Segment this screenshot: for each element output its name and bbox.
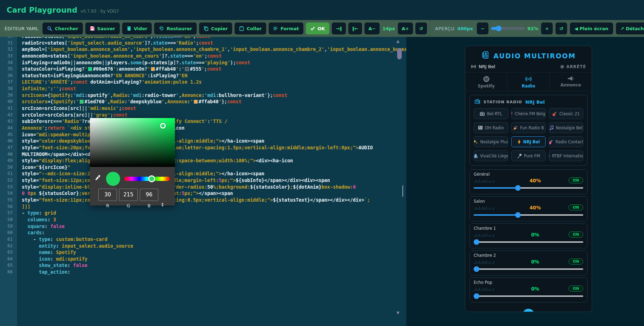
color-picker-hue-handle[interactable] (148, 175, 155, 182)
tab-label: Spotify (478, 84, 494, 89)
station-button-bel-rtl[interactable]: Bel-RTL (474, 108, 508, 119)
station-button-dh-radio[interactable]: DH Radio (474, 122, 508, 133)
color-picker-saturation-area[interactable] (90, 118, 175, 167)
blue-value-input[interactable]: 96 (140, 189, 158, 201)
vider-button[interactable]: Vider (122, 22, 152, 34)
station-button-ch-rie-fm-belg-[interactable]: Chérie FM Belg… (511, 108, 546, 119)
slider-fill (474, 214, 518, 216)
chercher-label: Chercher (55, 26, 78, 31)
editor-scrollbar-thumb[interactable] (397, 48, 402, 59)
volume-slider[interactable] (474, 266, 583, 272)
equalizer-icon (474, 206, 502, 210)
font-smaller-button[interactable]: A− (364, 22, 380, 34)
code-line: subInfo=src==='Radio'?radioName:src==='S… (22, 118, 406, 125)
status-dot (560, 65, 564, 69)
volume-slider[interactable] (474, 293, 583, 299)
scroll-up-icon[interactable]: ▲ (396, 39, 399, 44)
code-line: isPlaying=radioOn||annonceOn||players.so… (22, 59, 406, 66)
color-picker-swatch (106, 172, 120, 186)
line-number: 45 (0, 131, 17, 138)
color-picker: 30 215 96 R G B ▲▼ (90, 118, 175, 206)
station-button-nrj-bel[interactable]: NRJ Bel (511, 136, 546, 147)
font-larger-button[interactable]: A+ (398, 22, 413, 34)
play-button[interactable] (523, 309, 534, 312)
code-line: cards: (22, 229, 406, 236)
detach-button[interactable]: ↗ Détacher (616, 22, 644, 34)
line-number: 57 (0, 210, 17, 216)
code-line: icon="mdi:speaker-multiple" (22, 131, 406, 138)
slider-thumb[interactable] (474, 239, 479, 245)
station-button-radio-contact[interactable]: Radio Contact (549, 136, 583, 147)
code-line: srcIcons={Spotify:'mdi:spotify',Radio:'m… (22, 92, 406, 99)
yaml-editor[interactable]: 3031323334353637383940414243444546474849… (0, 37, 406, 326)
station-button-nostalgie-bel[interactable]: Nostalgie Bel (549, 122, 583, 133)
volume-slider[interactable] (474, 185, 583, 191)
tab-spotify[interactable]: Spotify (465, 73, 507, 91)
line-number: 30 (0, 37, 17, 40)
speaker-on-toggle[interactable]: ON (569, 286, 583, 292)
station-button-nostalgie-plus[interactable]: Nostalgie Plus (474, 136, 508, 147)
line-number: 33 (0, 53, 17, 59)
color-format-toggle-icon[interactable]: ▲▼ (162, 202, 163, 207)
tab-annonce[interactable]: Annonce (550, 73, 592, 91)
restaurer-button[interactable]: Restaurer (154, 22, 196, 34)
code-line: Annonce';return `<div style="text-align:… (22, 125, 406, 131)
eyedropper-icon[interactable] (94, 175, 101, 183)
volume-slider[interactable] (474, 212, 583, 218)
red-value-input[interactable]: 30 (98, 189, 117, 201)
equalizer-icon (474, 287, 502, 291)
color-swatch (151, 67, 155, 71)
station-section: STATION RADIO NRJ Bel Bel-RTLChérie FM B… (469, 95, 587, 166)
volume-panel-g-n-ral: Général40%ON (469, 169, 587, 194)
tab-radio[interactable]: Radio (507, 73, 550, 91)
slider-track (474, 241, 583, 243)
station-label: DH Radio (485, 125, 504, 130)
line-number: 49 (0, 157, 17, 164)
indent-left-button[interactable]: ‖← (348, 22, 362, 34)
indent-right-button[interactable]: →‖ (332, 22, 346, 34)
coller-button[interactable]: Coller (235, 22, 266, 34)
line-number: 31 (0, 40, 17, 46)
format-button[interactable]: Format (269, 22, 303, 34)
zoom-slider-thumb[interactable] (496, 26, 501, 31)
copier-button[interactable]: Copier (199, 22, 232, 34)
volume-slider[interactable] (474, 239, 583, 245)
toolbar: ÉDITEUR YAML ChercherSauverViderRestaure… (0, 20, 644, 37)
code-line: MULTIROOM</span></div><div (22, 151, 406, 158)
volume-label: Général (474, 172, 583, 177)
code-line: radioOn=states['input_boolean.radio_en_c… (22, 37, 406, 40)
volume-percent: 0% (502, 259, 569, 265)
scroll-down-icon[interactable]: ▼ (396, 311, 399, 315)
preview-reset-button[interactable]: ↺ (556, 22, 567, 34)
line-number: 44 (0, 125, 17, 131)
zoom-percent-value: 92% (527, 26, 538, 31)
code-line: - type: grid (22, 210, 406, 216)
station-button-pure-fm[interactable]: Pure FM (511, 150, 546, 161)
chercher-button[interactable]: Chercher (42, 22, 83, 34)
zoom-slider[interactable] (491, 27, 525, 30)
color-picker-selection-handle[interactable] (160, 123, 166, 129)
sauver-button[interactable]: Sauver (85, 22, 120, 34)
speaker-on-toggle[interactable]: ON (569, 232, 583, 237)
zoom-out-button[interactable]: − (477, 22, 488, 34)
station-button-vivacit-li-ge[interactable]: VivaCité Liège (474, 150, 508, 161)
slider-thumb[interactable] (474, 293, 479, 299)
color-picker-hue-slider[interactable] (124, 177, 170, 181)
source-tabs: SpotifyRadioAnnonce (465, 72, 592, 91)
check-icon (310, 26, 315, 31)
zoom-in-button[interactable]: + (541, 22, 553, 34)
line-number: 51 (0, 170, 17, 177)
slider-thumb[interactable] (515, 185, 521, 191)
ok-button[interactable]: OK (306, 22, 329, 34)
fullscreen-button[interactable]: ◀ Plein écran (570, 22, 613, 34)
speaker-on-toggle[interactable]: ON (569, 204, 583, 210)
speaker-on-toggle[interactable]: ON (569, 259, 583, 265)
station-button-classic-21[interactable]: Classic 21 (549, 108, 583, 119)
green-value-input[interactable]: 215 (119, 189, 138, 201)
slider-thumb[interactable] (515, 212, 521, 218)
station-button-rtbf-internatio-[interactable]: RTBF Internatio… (549, 150, 583, 161)
speaker-on-toggle[interactable]: ON (569, 177, 583, 183)
slider-thumb[interactable] (474, 266, 479, 272)
station-button-fun-radio-b[interactable]: Fun Radio B (511, 122, 546, 133)
font-reset-button[interactable]: ↺ (415, 22, 427, 34)
